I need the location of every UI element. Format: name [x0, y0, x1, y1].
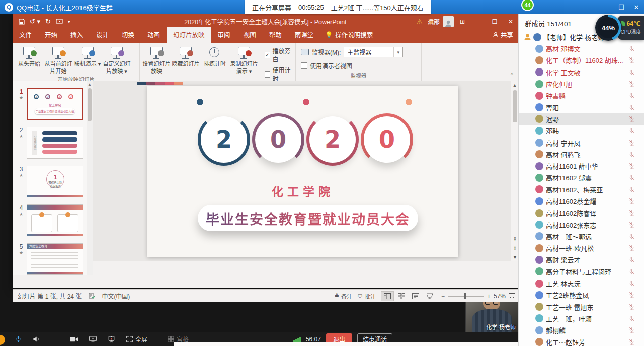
member-row[interactable]: 高材11602 鄢震 [519, 172, 644, 183]
floating-app-icon[interactable] [0, 335, 5, 345]
member-row[interactable]: 曹阳 [519, 101, 644, 113]
muted-mic-icon[interactable] [628, 245, 635, 251]
custom-slideshow-button[interactable]: 自定义幻灯片放映 ▾ [102, 45, 131, 75]
slide-thumbnail-4[interactable]: 4★ [16, 204, 93, 236]
member-row[interactable]: 化工～赵钰芳 [519, 336, 644, 346]
slide-thumbnail-5[interactable]: 5★六防安全教育 [16, 243, 93, 275]
checkbox-使用演示者视图[interactable]: 使用演示者视图 [301, 61, 352, 70]
muted-mic-icon[interactable] [628, 210, 635, 216]
ppt-minimize-button[interactable]: — [471, 14, 486, 29]
normal-view-button[interactable] [381, 291, 394, 301]
slideshow-play-button[interactable]: 从头开始 [15, 45, 44, 68]
member-row[interactable]: 高材 何腾飞 [519, 149, 644, 160]
account-avatar[interactable] [443, 16, 454, 27]
spellcheck-icon[interactable] [89, 293, 95, 299]
qq-close-button[interactable]: ✕ [629, 0, 644, 14]
member-row[interactable]: 高材11602陈睿译 [519, 207, 644, 219]
zoom-level[interactable]: 57% [494, 293, 506, 300]
muted-mic-icon[interactable] [628, 69, 635, 76]
member-row[interactable]: 钟雲鹏 [519, 90, 644, 101]
ribbon-tab-文件[interactable]: 文件 [13, 27, 38, 43]
member-row[interactable]: 化工（炼制）11602 胡珠... [519, 54, 644, 66]
slide-scrollbar[interactable]: ▲ ⇞ ⇟ ▼ [511, 81, 518, 261]
qq-minimize-button[interactable]: — [599, 0, 614, 14]
monitor-select[interactable]: 主监视器 ▾ [344, 47, 403, 57]
slide-thumbnail-2[interactable]: 2★CONTENTS [16, 127, 93, 159]
member-row[interactable]: 应化但旭 [519, 78, 644, 90]
member-row[interactable]: 高材一班～郭远 [519, 231, 644, 242]
reading-view-button[interactable] [409, 291, 422, 301]
ribbon-tab-插入[interactable]: 插入 [64, 27, 90, 43]
ribbon-tab-动画[interactable]: 动画 [141, 27, 167, 43]
muted-mic-icon[interactable] [628, 280, 635, 287]
member-row[interactable]: 迟野 [519, 113, 644, 125]
online-present-button[interactable]: 联机演示 ▾ [73, 45, 102, 68]
account-name[interactable]: 斌部 [426, 17, 442, 26]
member-row[interactable]: 工艺 林志沅 [519, 278, 644, 289]
member-row[interactable]: 邓韩 [519, 125, 644, 136]
member-row[interactable]: 高材11601 薛中华 [519, 160, 644, 172]
ribbon-tab-视图[interactable]: 视图 [237, 27, 263, 43]
ribbon-tab-设计[interactable]: 设计 [90, 27, 115, 43]
muted-mic-icon[interactable] [628, 222, 635, 228]
muted-mic-icon[interactable] [628, 140, 635, 146]
member-row[interactable]: 工艺一班 雷旭东 [519, 301, 644, 313]
share-button[interactable]: 共享 [493, 30, 513, 39]
scroll-down-icon[interactable]: ▼ [511, 253, 518, 260]
muted-mic-icon[interactable] [628, 292, 635, 298]
muted-mic-icon[interactable] [628, 339, 635, 345]
zoom-slider[interactable] [448, 296, 484, 297]
muted-mic-icon[interactable] [628, 116, 635, 122]
undo-icon[interactable]: ↺ ▾ [30, 18, 40, 25]
muted-mic-icon[interactable] [628, 315, 635, 322]
warning-icon[interactable]: ⚠ [414, 18, 425, 26]
zoom-in-button[interactable]: + [487, 293, 491, 300]
ribbon-display-options-button[interactable]: ⊞ [455, 14, 470, 29]
cpu-monitor-widget[interactable]: 64℃ CPU温度 [618, 16, 644, 40]
slide-thumbnail-3[interactable]: 3★1节假日六防 安全教育 [16, 166, 93, 197]
slide-thumbnail-1[interactable]: 1★2020化工学院毕业生安全教育暨就业动员大会 [16, 88, 93, 120]
checkbox-播放旁白[interactable]: ✓播放旁白 [265, 46, 291, 63]
muted-mic-icon[interactable] [628, 151, 635, 158]
muted-mic-icon[interactable] [628, 174, 635, 181]
muted-mic-icon[interactable] [628, 163, 635, 169]
collapse-ribbon-icon[interactable]: ⌃ [510, 72, 514, 79]
slideshow-view-button[interactable] [423, 291, 436, 301]
rehearse-timer-button[interactable]: 排练计时 [200, 45, 229, 68]
comments-toggle[interactable]: 🗩 批注 [357, 292, 376, 300]
previous-slide-button[interactable]: ⇞ [511, 236, 518, 242]
thumbnail-scrollbar[interactable]: ▲ [87, 81, 93, 275]
member-row[interactable]: 高材11602蔡金耀 [519, 195, 644, 207]
setup-slideshow-button[interactable]: 设置幻灯片放映 [142, 45, 171, 75]
member-row[interactable]: 高材 邓搏文 [519, 43, 644, 54]
ribbon-tab-幻灯片放映[interactable]: 幻灯片放映 [167, 27, 211, 43]
slide-editor[interactable]: 2020 化工学院 毕业生安全教育暨就业动员大会 [147, 86, 458, 257]
slide-title-pill[interactable]: 毕业生安全教育暨就业动员大会 [198, 205, 418, 231]
qat-more-icon[interactable]: ▾ [68, 19, 70, 24]
ribbon-tab-开始[interactable]: 开始 [38, 27, 64, 43]
slideshow-current-button[interactable]: 从当前幻灯片开始 [44, 45, 73, 75]
qq-maximize-button[interactable]: ❐ [614, 0, 629, 14]
muted-mic-icon[interactable] [628, 233, 635, 240]
screen-share-button[interactable] [89, 336, 97, 342]
muted-mic-icon[interactable] [628, 256, 635, 263]
save-icon[interactable] [19, 19, 25, 25]
slide-subtitle[interactable]: 化工学院 [147, 182, 458, 199]
ribbon-tab-雨课堂[interactable]: 雨课堂 [288, 27, 320, 43]
member-row[interactable]: 高材 宁开凤 [519, 136, 644, 148]
muted-mic-icon[interactable] [628, 92, 635, 99]
camera-button[interactable] [70, 336, 78, 342]
member-row[interactable]: 郝栩麟 [519, 324, 644, 336]
member-row[interactable]: 工艺2班熊金凤 [519, 289, 644, 301]
muted-mic-icon[interactable] [628, 268, 635, 275]
muted-mic-icon[interactable] [628, 198, 635, 204]
scroll-up-icon[interactable]: ▲ [87, 81, 93, 87]
language-status[interactable]: 中文(中国) [102, 292, 130, 300]
speaker-button[interactable] [33, 336, 40, 342]
muted-mic-icon[interactable] [628, 104, 635, 111]
member-row[interactable]: 高材一班-欧凡松 [519, 242, 644, 254]
member-row[interactable]: 高财 梁云才 [519, 254, 644, 265]
slide-sorter-view-button[interactable] [395, 291, 408, 301]
zoom-out-button[interactable]: − [441, 293, 445, 300]
hide-slide-button[interactable]: 隐藏幻灯片 [171, 45, 200, 68]
